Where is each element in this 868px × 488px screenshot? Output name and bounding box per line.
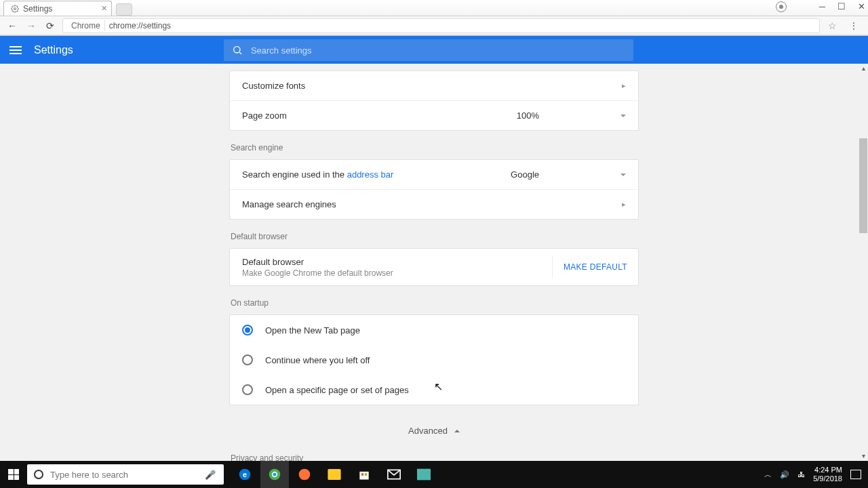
default-browser-card: Default browser Make Google Chrome the d… <box>229 248 639 286</box>
scroll-down-icon[interactable]: ▾ <box>859 451 868 461</box>
taskbar-chrome-icon[interactable] <box>260 461 289 488</box>
manage-search-engines-label: Manage search engines <box>242 199 336 209</box>
start-button[interactable] <box>0 461 27 488</box>
svg-rect-12 <box>365 473 367 475</box>
chevron-up-icon <box>454 430 460 432</box>
svg-rect-11 <box>361 473 363 475</box>
search-engine-card: Search engine used in the address bar Go… <box>229 159 639 220</box>
address-bar-link[interactable]: address bar <box>347 169 394 180</box>
taskbar-explorer-icon[interactable] <box>320 461 349 488</box>
reload-button[interactable]: ⟳ <box>43 20 57 31</box>
radio-selected-icon <box>242 325 253 336</box>
startup-option-label: Continue where you left off <box>265 355 370 365</box>
windows-taskbar: Type here to search 🎤 e ︿ 🔊 🖧 4:24 PM 5/… <box>0 461 868 488</box>
browser-menu-icon[interactable]: ⋮ <box>845 20 863 31</box>
advanced-toggle[interactable]: Advanced <box>229 426 639 436</box>
tray-clock[interactable]: 4:24 PM 5/9/2018 <box>813 466 842 483</box>
forward-button[interactable]: → <box>24 20 38 31</box>
startup-option-new-tab[interactable]: Open the New Tab page <box>230 315 638 345</box>
taskbar-edge-icon[interactable]: e <box>231 461 259 488</box>
tray-chevron-icon[interactable]: ︿ <box>764 470 772 480</box>
system-tray: ︿ 🔊 🖧 4:24 PM 5/9/2018 <box>764 466 868 483</box>
taskbar-mail-icon[interactable] <box>380 461 408 488</box>
cortana-icon <box>34 470 43 479</box>
browser-tab-settings[interactable]: Settings ✕ <box>3 1 112 16</box>
gear-icon <box>11 5 19 13</box>
taskbar-search-placeholder: Type here to search <box>50 470 128 480</box>
default-browser-title: Default browser <box>242 257 393 267</box>
settings-header: Settings Search settings <box>0 36 868 64</box>
page-zoom-value: 100% <box>517 110 539 121</box>
customize-fonts-label: Customize fonts <box>242 81 305 91</box>
appearance-card: Customize fonts ▸ Page zoom 100% <box>229 70 639 131</box>
back-button[interactable]: ← <box>5 20 19 31</box>
customize-fonts-row[interactable]: Customize fonts ▸ <box>230 71 638 100</box>
taskbar-firefox-icon[interactable] <box>290 461 319 488</box>
radio-unselected-icon <box>242 384 253 395</box>
new-tab-button[interactable] <box>116 3 132 16</box>
hamburger-menu-icon[interactable] <box>9 46 22 54</box>
search-engine-dropdown[interactable]: Google <box>511 169 626 180</box>
address-bar[interactable]: Chrome chrome://settings <box>62 18 820 33</box>
svg-rect-14 <box>417 469 431 481</box>
scroll-up-icon[interactable]: ▴ <box>859 64 868 73</box>
taskbar-app-icon[interactable] <box>410 461 438 488</box>
close-window-button[interactable]: ✕ <box>858 1 865 12</box>
chevron-right-icon: ▸ <box>622 81 626 90</box>
tray-network-icon[interactable]: 🖧 <box>797 470 805 479</box>
section-default-browser: Default browser <box>231 232 639 241</box>
chevron-right-icon: ▸ <box>622 200 626 209</box>
close-tab-icon[interactable]: ✕ <box>101 4 107 13</box>
tab-title: Settings <box>23 4 52 14</box>
radio-unselected-icon <box>242 354 253 365</box>
section-on-startup: On startup <box>231 298 639 308</box>
taskbar-store-icon[interactable] <box>350 461 378 488</box>
startup-option-specific-page[interactable]: Open a specific page or set of pages <box>230 375 638 405</box>
svg-rect-9 <box>328 469 340 480</box>
chevron-down-icon <box>620 174 626 176</box>
notifications-icon[interactable] <box>850 470 861 479</box>
minimize-button[interactable]: ─ <box>819 1 825 12</box>
tab-strip: Settings ✕ ─ ☐ ✕ <box>0 0 868 16</box>
advanced-label: Advanced <box>408 426 448 436</box>
svg-point-8 <box>299 469 311 481</box>
search-icon <box>232 45 243 56</box>
default-browser-subtitle: Make Google Chrome the default browser <box>242 268 393 278</box>
svg-point-1 <box>234 47 240 53</box>
windows-logo-icon <box>8 469 19 480</box>
section-search-engine: Search engine <box>231 143 639 152</box>
svg-line-2 <box>239 52 241 54</box>
manage-search-engines-row[interactable]: Manage search engines ▸ <box>230 189 638 219</box>
profile-icon[interactable] <box>776 1 787 12</box>
section-privacy-security: Privacy and security <box>231 453 639 461</box>
chevron-down-icon <box>620 115 626 117</box>
taskbar-search-input[interactable]: Type here to search 🎤 <box>27 464 224 485</box>
microphone-icon[interactable]: 🎤 <box>203 470 217 480</box>
svg-point-7 <box>273 473 277 476</box>
tray-volume-icon[interactable]: 🔊 <box>780 470 789 479</box>
page-zoom-dropdown[interactable]: 100% <box>517 110 626 121</box>
on-startup-card: Open the New Tab page Continue where you… <box>229 314 639 405</box>
svg-text:e: e <box>243 470 247 479</box>
svg-point-0 <box>14 7 16 9</box>
make-default-button[interactable]: MAKE DEFAULT <box>552 256 638 279</box>
scrollbar-thumb[interactable] <box>859 138 867 233</box>
page-title: Settings <box>34 44 73 56</box>
page-zoom-row: Page zoom 100% <box>230 100 638 130</box>
startup-option-continue[interactable]: Continue where you left off <box>230 345 638 375</box>
search-engine-row: Search engine used in the address bar Go… <box>230 160 638 189</box>
maximize-button[interactable]: ☐ <box>837 1 846 12</box>
bookmark-star-icon[interactable]: ☆ <box>825 20 840 31</box>
page-zoom-label: Page zoom <box>242 110 287 121</box>
svg-rect-10 <box>359 472 368 480</box>
startup-option-label: Open the New Tab page <box>265 325 360 336</box>
url-prefix: Chrome <box>67 20 105 31</box>
startup-option-label: Open a specific page or set of pages <box>265 385 409 395</box>
scrollbar-track[interactable]: ▴ ▾ <box>859 64 868 461</box>
settings-content: Customize fonts ▸ Page zoom 100% Search … <box>0 64 868 461</box>
search-settings-input[interactable]: Search settings <box>224 39 633 61</box>
url-path: chrome://settings <box>109 21 171 30</box>
search-engine-value: Google <box>511 169 539 180</box>
search-engine-text: Search engine used in the address bar <box>242 169 393 180</box>
search-placeholder: Search settings <box>251 45 312 56</box>
